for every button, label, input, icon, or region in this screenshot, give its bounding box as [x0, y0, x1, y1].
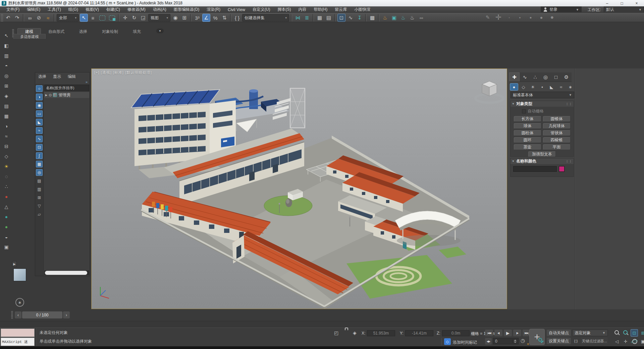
category-systems[interactable]: ∗ — [566, 83, 575, 91]
category-spacewarps[interactable]: ≈ — [557, 83, 565, 91]
grid-plus-tool-icon[interactable]: ⊞ — [2, 82, 11, 90]
text-plus-button[interactable]: 加强型文本 — [528, 151, 556, 157]
display-spacewarps-icon[interactable]: ≈ — [36, 127, 43, 134]
brush-size-3-icon[interactable]: ● — [527, 13, 535, 21]
brush-size-4-icon[interactable]: ● — [537, 13, 545, 21]
pointer-tool-icon[interactable]: ↖ — [2, 32, 11, 39]
named-selection-sets-dropdown[interactable]: 创建选择集 — [242, 14, 289, 21]
menu-cloud-library[interactable]: 留云库 — [331, 7, 351, 12]
contrast-tool-icon[interactable]: ◑ — [2, 122, 11, 130]
dots-tool-icon[interactable]: ∴ — [2, 183, 11, 190]
selection-set-dropdown[interactable]: 选定对象 ▼ — [572, 330, 608, 336]
select-manipulate-icon[interactable]: ⊞ — [180, 14, 189, 22]
halfsphere-tool-icon[interactable]: ◓ — [2, 62, 11, 69]
ribbon-tab-object-paint[interactable]: 对象绘制 — [95, 29, 125, 35]
tab-create[interactable]: ✚ — [509, 72, 520, 82]
selection-filter-dropdown[interactable]: 全部 — [57, 14, 79, 21]
login-button[interactable]: 登录 ▼ — [541, 6, 582, 13]
ribbon-tab-populate[interactable]: 填充 — [125, 29, 148, 35]
tab-hierarchy[interactable]: ∴ — [530, 72, 540, 82]
display-containers-icon[interactable]: ⊡ — [36, 144, 43, 151]
schematic-view-icon[interactable]: ↧ — [356, 14, 364, 22]
menu-content[interactable]: 内容 — [294, 7, 310, 12]
time-configuration-icon[interactable]: ◷∗ — [521, 338, 529, 345]
cone-tool-icon[interactable]: △ — [2, 203, 11, 210]
explorer-row[interactable]: ▶ ⊙ 管理房 — [44, 92, 89, 98]
panel-tool-icon[interactable]: ▥ — [2, 52, 11, 59]
ribbon-tab-selection[interactable]: 选择 — [72, 29, 95, 35]
object-color-swatch[interactable] — [559, 166, 565, 172]
set-key-button[interactable]: 设置关键点 — [547, 338, 571, 344]
display-cameras-icon[interactable]: ▭ — [36, 110, 43, 117]
ribbon-minimize-dropdown[interactable]: ▼ — [156, 29, 164, 33]
viewport[interactable]: [+] [透视] [标准] [默认明暗处理] — [91, 68, 507, 309]
tab-utilities[interactable]: ⚙ — [561, 72, 572, 82]
category-cameras[interactable]: ▪ — [538, 83, 546, 91]
curve-editor-icon[interactable]: ∿ — [346, 14, 355, 22]
maxscript-mini-listener-input[interactable]: MAXScript 迷 — [1, 338, 35, 346]
next-frame-arrow[interactable]: › — [63, 311, 70, 318]
teapot-button[interactable]: 茶壶 — [514, 144, 541, 150]
explorer-menu-display[interactable]: 显示 — [51, 73, 63, 80]
time-slider[interactable]: 0 / 100 — [22, 311, 62, 318]
render-iterative-icon[interactable]: ♨ — [408, 14, 416, 22]
menu-scripting[interactable]: 脚本(S) — [274, 7, 294, 12]
teal-sphere-tool-icon[interactable]: ● — [2, 213, 11, 220]
unlink-selection-icon[interactable]: ⊘ — [35, 14, 43, 22]
explorer-column-header[interactable]: 名称(按升序排序) — [44, 85, 89, 91]
spinner-snap-icon[interactable]: ⇅ — [220, 14, 228, 22]
red-sphere-tool-icon[interactable]: ● — [2, 193, 11, 200]
color-swatch-button[interactable] — [13, 268, 26, 281]
category-shapes[interactable]: ◇ — [519, 83, 528, 91]
tab-motion[interactable]: ◎ — [540, 72, 551, 82]
display-groups-icon[interactable]: ▦ — [36, 161, 43, 167]
more-chevron-icon[interactable]: » — [86, 80, 88, 84]
redo-icon[interactable]: ↷ — [13, 14, 21, 22]
trackbar-drag-handle[interactable] — [11, 311, 13, 319]
toggle-ribbon-icon[interactable]: ⊡ — [337, 14, 345, 22]
sort-hierarchy-icon[interactable]: ⊞ — [36, 194, 43, 201]
ribbon-panel-polygon-modeling[interactable]: 多边形建模 — [13, 34, 46, 39]
rollout-header[interactable]: ▼ 名称和颜色 ⋮⋮ — [511, 158, 574, 164]
maximize-viewport-icon[interactable]: ▣ — [639, 338, 644, 345]
eye-icon[interactable]: ⊙ — [49, 93, 52, 97]
spinner-arrows-icon[interactable] — [512, 340, 517, 343]
primitive-category-dropdown[interactable]: 标准基本体 ▼ — [511, 92, 574, 98]
tab-display[interactable]: □ — [551, 72, 561, 82]
category-geometry[interactable]: ● — [510, 83, 518, 91]
minimize-button[interactable]: – — [600, 0, 614, 6]
brush-size-1-icon[interactable]: ● — [505, 13, 513, 21]
menu-civil-view[interactable]: Civil View — [224, 7, 249, 12]
snaps-helper-icon[interactable]: ∗ — [15, 298, 24, 307]
rendered-frame-window-icon[interactable]: ▣ — [390, 14, 398, 22]
menu-rendering[interactable]: 渲染(R) — [203, 7, 224, 12]
play-button[interactable]: ▶ — [504, 330, 512, 336]
selection-lock-icon[interactable] — [344, 330, 350, 336]
key-filters-button[interactable]: 关键点过滤器... — [581, 338, 608, 344]
track-bar[interactable] — [0, 321, 644, 328]
box-minus-tool-icon[interactable]: ⊟ — [2, 142, 11, 150]
reference-coordinate-dropdown[interactable]: 视图 — [148, 14, 170, 21]
menu-tools[interactable]: 工具(T) — [44, 7, 64, 12]
rhombus-tool-icon[interactable]: ◇ — [2, 152, 11, 160]
select-object-icon[interactable]: ↖ — [80, 14, 88, 22]
workspace-dropdown[interactable]: 默认 ▼ — [604, 6, 644, 13]
wave-tool-icon[interactable]: ≈ — [2, 132, 11, 140]
time-tag-icon[interactable]: ◇ — [444, 338, 451, 345]
pan-icon[interactable]: ✛ — [622, 338, 629, 345]
sort-alphabetical-icon[interactable]: ▤ — [36, 178, 43, 184]
explorer-horizontal-scrollbar[interactable] — [44, 270, 89, 275]
tab-modify[interactable]: ∿ — [520, 72, 530, 82]
brush-size-5-icon[interactable]: ● — [548, 13, 556, 21]
maxscript-mini-listener[interactable] — [1, 329, 35, 337]
category-lights[interactable]: ☀ — [529, 83, 537, 91]
rollout-header[interactable]: ▼ 对象类型 ⋮⋮ — [511, 101, 574, 107]
node-label[interactable]: 管理房 — [58, 92, 70, 98]
cone-button[interactable]: 圆锥体 — [543, 116, 571, 122]
render-production-icon[interactable]: ♨ — [399, 14, 407, 22]
grid-tool-icon[interactable]: ▦ — [2, 112, 11, 120]
select-by-name-icon[interactable]: ≡ — [89, 14, 97, 22]
select-link-icon[interactable]: ∞ — [26, 14, 34, 22]
menu-edit[interactable]: 编辑(E) — [23, 7, 44, 12]
material-editor-icon[interactable]: ▩ — [368, 14, 376, 22]
